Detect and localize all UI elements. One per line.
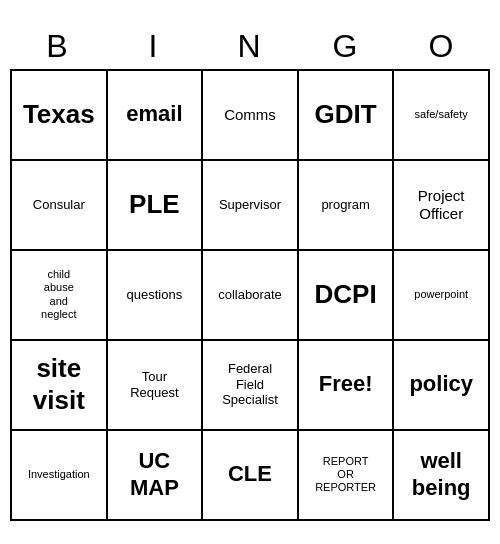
bingo-cell: GDIT	[299, 71, 395, 161]
bingo-cell: questions	[108, 251, 204, 341]
bingo-cell: Investigation	[12, 431, 108, 521]
bingo-cell: wellbeing	[394, 431, 490, 521]
bingo-cell: collaborate	[203, 251, 299, 341]
bingo-cell: TourRequest	[108, 341, 204, 431]
bingo-card: BINGO TexasemailCommsGDITsafe/safetyCons…	[10, 24, 490, 521]
bingo-cell: sitevisit	[12, 341, 108, 431]
bingo-cell: FederalFieldSpecialist	[203, 341, 299, 431]
bingo-cell: DCPI	[299, 251, 395, 341]
bingo-cell: program	[299, 161, 395, 251]
bingo-cell: Consular	[12, 161, 108, 251]
header-letter: N	[202, 24, 298, 69]
bingo-cell: PLE	[108, 161, 204, 251]
bingo-cell: childabuseandneglect	[12, 251, 108, 341]
bingo-cell: REPORTORREPORTER	[299, 431, 395, 521]
bingo-cell: UCMAP	[108, 431, 204, 521]
header-letter: I	[106, 24, 202, 69]
bingo-cell: Comms	[203, 71, 299, 161]
bingo-cell: safe/safety	[394, 71, 490, 161]
bingo-cell: ProjectOfficer	[394, 161, 490, 251]
bingo-cell: Texas	[12, 71, 108, 161]
bingo-cell: Supervisor	[203, 161, 299, 251]
header-letter: O	[394, 24, 490, 69]
header-letter: G	[298, 24, 394, 69]
bingo-cell: policy	[394, 341, 490, 431]
bingo-grid: TexasemailCommsGDITsafe/safetyConsularPL…	[10, 69, 490, 521]
bingo-cell: Free!	[299, 341, 395, 431]
bingo-cell: powerpoint	[394, 251, 490, 341]
header-letter: B	[10, 24, 106, 69]
bingo-cell: email	[108, 71, 204, 161]
bingo-header: BINGO	[10, 24, 490, 69]
bingo-cell: CLE	[203, 431, 299, 521]
